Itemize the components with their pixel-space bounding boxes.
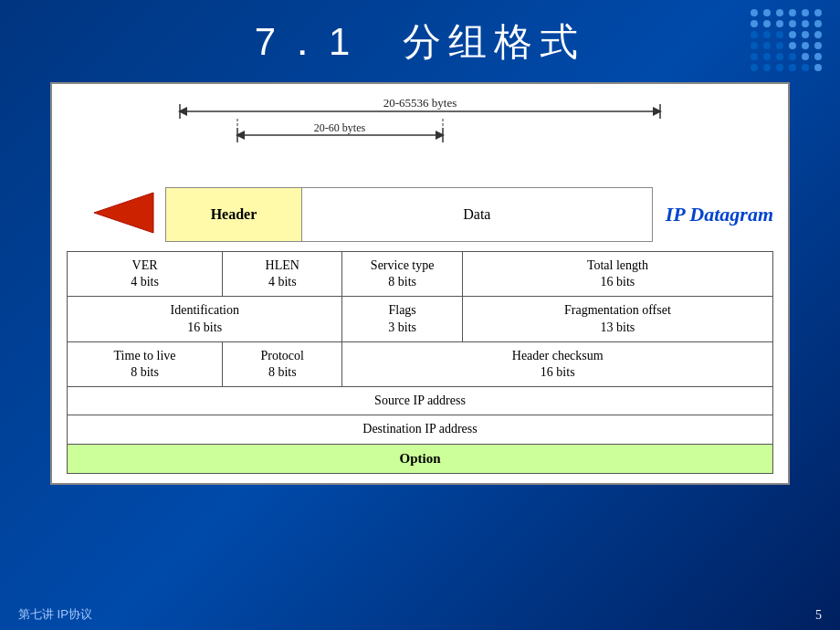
dot	[776, 53, 783, 60]
dot	[751, 53, 758, 60]
ver-cell: VER4 bits	[68, 252, 223, 297]
diagram-svg: 20-65536 bytes 20-60 bytes	[151, 95, 689, 182]
dot	[814, 20, 822, 27]
time-to-live-cell: Time to live8 bits	[68, 341, 223, 386]
dot	[763, 53, 771, 60]
dot	[802, 31, 809, 38]
dot	[789, 64, 796, 71]
dot	[802, 9, 809, 16]
source-ip-cell: Source IP address	[68, 387, 773, 415]
dot	[763, 20, 771, 27]
data-label: Data	[463, 206, 490, 223]
dot	[763, 42, 771, 49]
data-box: Data	[302, 187, 653, 242]
flags-cell: Flags3 bits	[342, 297, 462, 341]
table-row: VER4 bits HLEN4 bits Service type8 bits …	[68, 252, 773, 297]
dot	[776, 64, 783, 71]
dot	[751, 64, 758, 71]
option-cell: Option	[68, 444, 773, 474]
dot	[814, 31, 822, 38]
inner-bytes-label: 20-60 bytes	[314, 121, 366, 134]
dot	[776, 42, 783, 49]
total-length-cell: Total length16 bits	[462, 252, 772, 297]
datagram-box-row: Header Data IP Datagram	[67, 185, 773, 244]
dot	[814, 9, 822, 16]
dot	[814, 64, 822, 71]
table-row: Identification16 bits Flags3 bits Fragme…	[68, 297, 773, 341]
hlen-cell: HLEN4 bits	[223, 252, 342, 297]
table-row: Destination IP address	[68, 415, 773, 444]
red-arrow-svg	[85, 185, 158, 240]
service-type-cell: Service type8 bits	[342, 252, 462, 297]
dot	[814, 42, 822, 49]
dot	[802, 42, 809, 49]
dot	[802, 20, 809, 27]
dot	[814, 53, 822, 60]
header-box: Header	[165, 187, 302, 242]
dot	[789, 53, 796, 60]
dot	[751, 31, 758, 38]
dot	[789, 9, 796, 16]
table-row: Option	[68, 444, 773, 474]
footer-course: 第七讲 IP协议	[18, 606, 92, 623]
fragmentation-offset-cell: Fragmentation offset13 bits	[462, 297, 772, 341]
dot	[776, 31, 783, 38]
dot	[802, 53, 809, 60]
dot	[789, 20, 796, 27]
slide-title: 7．1 分组格式	[0, 0, 840, 68]
table-row: Source IP address	[68, 387, 773, 415]
dot	[789, 42, 796, 49]
dot	[751, 9, 758, 16]
dot	[763, 31, 771, 38]
diagram-section: 20-65536 bytes 20-60 bytes	[67, 95, 773, 244]
dot	[751, 20, 758, 27]
dot	[763, 9, 771, 16]
protocol-cell: Protocol8 bits	[223, 341, 342, 386]
slide: 7．1 分组格式 20-65536 bytes	[0, 0, 840, 630]
dot	[776, 20, 783, 27]
dot	[776, 9, 783, 16]
content-area: 20-65536 bytes 20-60 bytes	[50, 82, 790, 485]
header-checksum-cell: Header checksum16 bits	[342, 341, 773, 386]
ip-header-table: VER4 bits HLEN4 bits Service type8 bits …	[67, 251, 773, 474]
dot	[802, 64, 809, 71]
outer-bytes-label: 20-65536 bytes	[383, 96, 457, 110]
dot	[763, 64, 771, 71]
header-label: Header	[211, 206, 257, 223]
page-number: 5	[815, 608, 822, 623]
dot	[751, 42, 758, 49]
ip-datagram-label: IP Datagram	[666, 203, 773, 226]
table-row: Time to live8 bits Protocol8 bits Header…	[68, 341, 773, 386]
dots-decoration	[751, 9, 824, 71]
identification-cell: Identification16 bits	[68, 297, 342, 341]
dot	[789, 31, 796, 38]
dest-ip-cell: Destination IP address	[68, 415, 773, 444]
svg-marker-12	[94, 193, 153, 233]
